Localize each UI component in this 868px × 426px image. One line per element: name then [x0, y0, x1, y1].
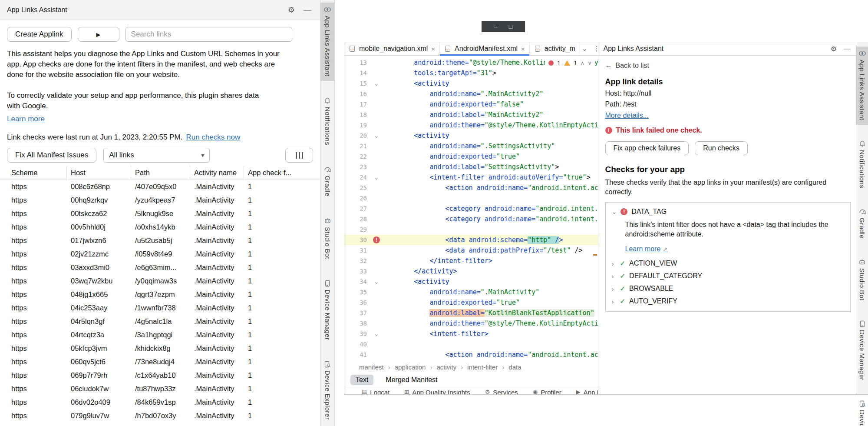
code-line[interactable]: 18 android:label="MainActivity2"	[344, 110, 598, 120]
tool-strip-item-device-explorer[interactable]: Device Explorer	[856, 397, 868, 426]
statusbar-item-app-quality-insights[interactable]: ⊞App Quality Insights	[404, 389, 470, 394]
fix-all-manifest-issues-button[interactable]: Fix All Manifest Issues	[7, 148, 96, 163]
gear-icon[interactable]: ⚙	[831, 45, 837, 53]
fold-icon[interactable]: ⌄	[370, 78, 383, 89]
statusbar-item-profiler[interactable]: ◉Profiler	[533, 389, 561, 394]
column-header-host[interactable]: Host	[66, 166, 131, 180]
fold-icon[interactable]: ⌄	[370, 172, 383, 183]
breadcrumb-item-activity[interactable]: activity	[436, 363, 456, 371]
tool-strip-item-studio-bot[interactable]: Studio Bot	[856, 255, 868, 305]
run-checks-button[interactable]: Run checks	[695, 141, 748, 155]
breadcrumb-item-application[interactable]: application	[395, 363, 426, 371]
tool-strip-item-app-links-assistant[interactable]: App Links Assistant	[856, 47, 868, 125]
code-line[interactable]: 41 <action android:name="android.intent.…	[344, 349, 598, 360]
code-line[interactable]: 40	[344, 339, 598, 349]
window-minimize-icon[interactable]: –	[494, 23, 498, 30]
error-stripe-marker[interactable]	[593, 254, 597, 256]
inspections-widget[interactable]: 1 1 ∧ ∨	[545, 58, 595, 68]
code-line[interactable]: 20⌄ <activity	[344, 130, 598, 141]
code-line[interactable]: 14 tools:targetApi="31">	[344, 68, 598, 78]
create-applink-button[interactable]: Create Applink	[7, 27, 72, 42]
links-filter-dropdown[interactable]: All links ▾	[103, 148, 210, 163]
code-line[interactable]: 25 <action android:name="android.intent.…	[344, 183, 598, 193]
column-header-app-check-f[interactable]: App check f...	[244, 166, 320, 180]
code-line[interactable]: 29	[344, 224, 598, 235]
table-row[interactable]: https017jwlxzn6/u5t2usab5j.MainActivity1	[0, 234, 320, 247]
prev-issue-icon[interactable]: ∧	[581, 60, 584, 66]
table-row[interactable]: https04r5lqn3gf/4g5nalc1la.MainActivity1	[0, 315, 320, 328]
more-details-link[interactable]: More details...	[605, 112, 649, 120]
code-line[interactable]: 31 <data android:pathPrefix="/test" />	[344, 245, 598, 256]
hidden-tabs-chevron-icon[interactable]: ⌄	[582, 45, 587, 53]
code-line[interactable]: 30! <data android:scheme="http" />	[344, 235, 598, 245]
editor-tab-activity-m[interactable]: </>activity_m	[530, 42, 580, 55]
code-line[interactable]: 33 </activity>	[344, 266, 598, 276]
tool-strip-item-app-links-assistant[interactable]: App Links Assistant	[320, 3, 334, 81]
tool-strip-item-device-manager[interactable]: Device Manager	[856, 317, 868, 385]
code-line[interactable]: 39⌄ <intent-filter>	[344, 329, 598, 339]
code-line[interactable]: 16 android:name=".MainActivity2"	[344, 89, 598, 99]
fix-app-check-failures-button[interactable]: Fix app check failures	[605, 141, 689, 155]
table-row[interactable]: https00hq9zrkqv/yzu4kpeas7.MainActivity1	[0, 193, 320, 207]
tool-strip-item-gradle[interactable]: Gradle	[320, 163, 334, 201]
code-line[interactable]: 22 android:exported="true"	[344, 151, 598, 162]
next-issue-icon[interactable]: ∨	[588, 60, 592, 66]
column-header-scheme[interactable]: Scheme	[11, 166, 66, 180]
table-row[interactable]: https04rtcqtz3a/3a1hgptqgi.MainActivity1	[0, 328, 320, 342]
bottom-tab-text[interactable]: Text	[350, 375, 373, 385]
code-line[interactable]: 19 android:theme="@style/Theme.KotlinEmp…	[344, 120, 598, 130]
data-tag-check-row[interactable]: ⌄ ! DATA_TAG	[612, 208, 844, 216]
tool-strip-item-device-explorer[interactable]: Device Explorer	[320, 357, 334, 424]
code-line[interactable]: 23 android:label="SettingsActivity">	[344, 162, 598, 172]
code-line[interactable]: 26	[344, 193, 598, 203]
code-line[interactable]: 21 android:name=".SettingsActivity"	[344, 141, 598, 151]
run-checks-now-link[interactable]: Run checks now	[186, 133, 240, 142]
bottom-tab-merged-manifest[interactable]: Merged Manifest	[383, 375, 440, 385]
column-settings-button[interactable]	[285, 148, 313, 163]
search-links-input[interactable]	[125, 27, 292, 42]
table-row[interactable]: https00tskcza62/5lknugk9se.MainActivity1	[0, 207, 320, 220]
table-row[interactable]: https079g9luv7w/h7bd07ox3y.MainActivity1	[0, 409, 320, 423]
fold-icon[interactable]: ⌄	[370, 276, 383, 287]
tool-strip-item-gradle[interactable]: Gradle	[856, 205, 868, 243]
table-row[interactable]: https03wq7w2kbu/y0qqimaw3s.MainActivity1	[0, 274, 320, 288]
passed-check-default-category[interactable]: ›✓DEFAULT_CATEGORY	[612, 272, 844, 280]
table-row[interactable]: https00v5hhld0j/o0xhs14ykb.MainActivity1	[0, 220, 320, 234]
close-icon[interactable]: ×	[521, 45, 525, 53]
back-to-list-link[interactable]: ← Back to list	[605, 62, 849, 70]
code-line[interactable]: 15⌄ <activity	[344, 78, 598, 89]
passed-check-action-view[interactable]: ›✓ACTION_VIEW	[612, 260, 844, 267]
gear-icon[interactable]: ⚙	[288, 5, 295, 15]
fold-icon[interactable]: ⌄	[370, 329, 383, 339]
editor-tab-mobile-navigation-xml[interactable]: </>mobile_navigation.xml×	[344, 42, 440, 55]
tool-strip-item-device-manager[interactable]: Device Manager	[320, 276, 334, 344]
code-line[interactable]: 28 <category android:name="android.inten…	[344, 214, 598, 224]
code-editor[interactable]: 13 android:theme="@style/Theme.KotlinEmp…	[344, 56, 598, 361]
statusbar-item-services[interactable]: ⚙Services	[485, 389, 518, 394]
statusbar-item-logcat[interactable]: ▤Logcat	[362, 389, 389, 394]
code-line[interactable]: 36 android:exported="true"	[344, 297, 598, 308]
column-header-activity-name[interactable]: Activity name	[190, 166, 244, 180]
error-gutter-icon[interactable]: !	[370, 235, 383, 245]
window-maximize-icon[interactable]: □	[509, 23, 512, 30]
close-icon[interactable]: ×	[431, 45, 435, 53]
learn-more-link[interactable]: Learn more ↗	[625, 245, 668, 253]
minimize-icon[interactable]: —	[304, 5, 311, 14]
code-line[interactable]: 27 <category android:name="android.inten…	[344, 203, 598, 214]
code-line[interactable]: 32 </intent-filter>	[344, 256, 598, 266]
passed-check-browsable[interactable]: ›✓BROWSABLE	[612, 285, 844, 293]
code-line[interactable]: 24⌄ <intent-filter android:autoVerify="t…	[344, 172, 598, 183]
minimize-icon[interactable]: —	[844, 45, 851, 53]
code-line[interactable]: 17 android:exported="false"	[344, 99, 598, 110]
editor-tab-androidmanifest-xml[interactable]: </>AndroidManifest.xml×	[440, 42, 530, 55]
tool-strip-item-notifications[interactable]: Notifications	[856, 137, 868, 193]
table-row[interactable]: https069p7r79rh/c1x64yab10.MainActivity1	[0, 369, 320, 382]
code-line[interactable]: 34⌄ <activity	[344, 276, 598, 287]
table-row[interactable]: https03axxd3mi0/e6g63mim....MainActivity…	[0, 261, 320, 274]
table-row[interactable]: https060qv5jct6/73ne8udqj4.MainActivity1	[0, 355, 320, 369]
table-row[interactable]: https02jv21zzmc/l059v8t4e9.MainActivity1	[0, 247, 320, 261]
breadcrumb-item-manifest[interactable]: manifest	[359, 363, 384, 371]
breadcrumb-item-data[interactable]: data	[508, 363, 521, 371]
passed-check-auto-verify[interactable]: ›✓AUTO_VERIFY	[612, 297, 844, 305]
table-row[interactable]: https06dv02o409/84k659v1sp.MainActivity1	[0, 396, 320, 409]
